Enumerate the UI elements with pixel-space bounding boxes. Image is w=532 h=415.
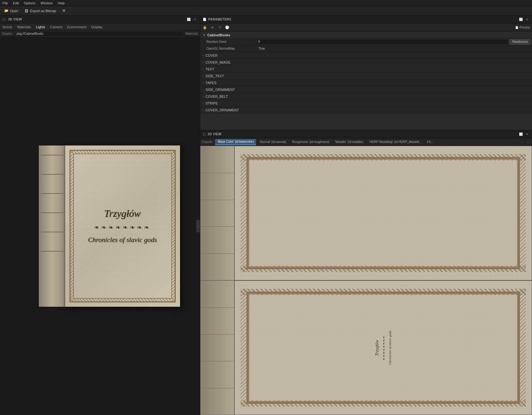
opengl-label: OpenGL NormalMap xyxy=(200,47,256,50)
viewport-3d: Trzygłów ❧❧❧❧❧❧❧❧ Chronicles of slavic g… xyxy=(0,37,200,415)
book-subtitle: Chronicles of slavic gods xyxy=(88,235,157,244)
spine-h-line-3 xyxy=(201,226,234,227)
menu-help[interactable]: Help xyxy=(58,1,65,5)
cover-ornament-row[interactable]: › COVER_ORNAMENT xyxy=(200,107,532,114)
params-toolbar: 🔒 👁 ↺ 🕐 📋 Presets xyxy=(200,24,532,32)
cover-image-row[interactable]: › COVER_IMAGE xyxy=(200,59,532,66)
panel-3d-maximize[interactable]: ⬜ xyxy=(186,17,191,22)
2d-nav-left[interactable]: ‹ xyxy=(519,139,525,145)
panel-2d-close[interactable]: ✕ xyxy=(525,132,530,137)
panel-right: 📄 PARAMETERS ⬜ ✕ 🔒 👁 ↺ 🕐 xyxy=(200,16,532,415)
toolbar: 📂 Open 🖼 Export as Bitmap ⚙ xyxy=(0,6,532,16)
menu-window[interactable]: Window xyxy=(41,1,53,5)
tex-bottom-half: Trzygłów ❧❧❧❧❧❧❧❧ Chronicles of slavic g… xyxy=(234,280,532,415)
params-close[interactable]: ✕ xyxy=(525,17,530,22)
book-cover: Trzygłów ❧❧❧❧❧❧❧❧ Chronicles of slavic g… xyxy=(65,145,180,307)
clock-btn[interactable]: 🕐 xyxy=(224,25,230,30)
lock-btn[interactable]: 🔒 xyxy=(202,25,208,30)
menu-bar: File Edit Options Window Help xyxy=(0,0,532,6)
settings-button[interactable]: ⚙ xyxy=(61,8,67,13)
params-maximize[interactable]: ⬜ xyxy=(518,17,523,22)
tab-normal[interactable]: 'Normal' (id:normal) xyxy=(257,139,289,145)
eye-btn[interactable]: 👁 xyxy=(210,25,215,30)
panel-3d-icon: ⬡ xyxy=(2,17,6,22)
tab-base-color[interactable]: 'Base Color' (id:basecolor) xyxy=(215,139,256,145)
cover-diamond-top xyxy=(70,150,175,154)
cover-diamond-bottom xyxy=(70,299,175,302)
export-icon: 🖼 xyxy=(25,9,29,13)
refresh-btn[interactable]: ↺ xyxy=(217,25,223,30)
side-ornament-row[interactable]: › SIDE_ORNAMENT xyxy=(200,86,532,93)
cover-belt-row[interactable]: › COVER_BELT xyxy=(200,93,532,100)
side-text-chevron: › xyxy=(203,74,204,78)
texture-display: Trzygłów ❧❧❧❧❧❧❧❧ Chronicles of slavic g… xyxy=(200,146,532,415)
tab-fit[interactable]: Fit... xyxy=(425,139,435,145)
spine-line-2 xyxy=(41,174,63,175)
stripe-row[interactable]: › STRIPE xyxy=(200,100,532,107)
eye-icon: 👁 xyxy=(211,26,214,29)
randomize-button[interactable]: Randomize xyxy=(509,39,531,45)
nav-lights[interactable]: Lights xyxy=(36,25,45,29)
outputs-bar: Outputs: 'Base Color' (id:basecolor) 'No… xyxy=(200,138,532,146)
cover-image-chevron: › xyxy=(203,61,204,64)
tapes-chevron: › xyxy=(203,81,204,84)
random-seed-input[interactable] xyxy=(257,39,509,45)
presets-button[interactable]: 📋 Presets xyxy=(515,26,530,29)
tex-book-subtitle: Chronicles of slavic gods xyxy=(388,330,392,365)
tex-spine-strip xyxy=(200,146,234,415)
menu-file[interactable]: File xyxy=(2,1,8,5)
presets-doc-icon: 📋 xyxy=(515,26,519,29)
panel-2d-header: ⬡ 2D VIEW ⬜ ✕ xyxy=(200,130,532,138)
cabinet-books-section[interactable]: ▼ CabinetBooks xyxy=(200,32,532,38)
side-ornament-label: SIDE_ORNAMENT xyxy=(205,88,235,91)
stripe-label: STRIPE xyxy=(205,101,218,105)
tex-spine-bottom xyxy=(200,280,234,415)
nav-camera[interactable]: Camera xyxy=(50,25,62,29)
spine-h-line-2 xyxy=(201,200,234,200)
panel-2d-maximize[interactable]: ⬜ xyxy=(518,132,523,137)
menu-options[interactable]: Options xyxy=(24,1,36,5)
text-label: TEXT xyxy=(205,67,214,71)
nav-materials[interactable]: Materials xyxy=(17,25,31,29)
spine-line-5 xyxy=(41,232,63,232)
side-text-row[interactable]: › SIDE_TEXT xyxy=(200,73,532,79)
tab-metallic[interactable]: 'Metallic' (id:metallic) xyxy=(332,139,366,145)
open-button[interactable]: 📂 Open xyxy=(2,8,20,14)
nav-scene[interactable]: Scene xyxy=(2,25,12,29)
diamond-border-left-top xyxy=(241,154,247,272)
tex-text-rotated: Trzygłów ❧❧❧❧❧❧❧❧ Chronicles of slavic g… xyxy=(235,281,532,415)
menu-edit[interactable]: Edit xyxy=(13,1,19,5)
panel-3d-header: ⬡ 3D VIEW ⬜ ✕ xyxy=(0,16,200,24)
panel-3d-controls: ⬜ ✕ xyxy=(186,17,197,22)
nav-display[interactable]: Display xyxy=(91,25,102,29)
2d-nav-right[interactable]: › xyxy=(525,139,531,145)
outputs-label: Outputs: xyxy=(201,140,213,144)
cover-image-label: COVER_IMAGE xyxy=(205,60,231,64)
refresh-icon: ↺ xyxy=(219,25,221,29)
graphs-input[interactable] xyxy=(15,31,184,37)
spine-h2-line-3 xyxy=(201,361,234,361)
main-layout: ⬡ 3D VIEW ⬜ ✕ Scene Materials Lights Cam… xyxy=(0,16,532,415)
nav-environment[interactable]: Environment xyxy=(67,25,86,29)
tapes-row[interactable]: › TAPES xyxy=(200,79,532,86)
collapse-handle[interactable]: ‹ xyxy=(196,220,200,232)
spine-h-line-1 xyxy=(201,173,234,173)
panel-3d-close[interactable]: ✕ xyxy=(192,17,197,22)
section-chevron-icon: ▼ xyxy=(203,33,205,37)
tab-roughness[interactable]: 'Roughness' (id:roughness) xyxy=(289,139,332,145)
view-nav: Scene Materials Lights Camera Environmen… xyxy=(0,24,200,30)
tex-book-ornament: ❧❧❧❧❧❧❧❧ xyxy=(382,335,385,360)
folder-icon: 📂 xyxy=(4,9,9,13)
spine-h2-line-2 xyxy=(201,334,234,335)
graphs-bar: Graphs : Materials xyxy=(0,30,200,37)
spine-line-4 xyxy=(41,212,63,213)
random-seed-value-area: Randomize xyxy=(256,39,532,45)
text-row[interactable]: › TEXT xyxy=(200,66,532,73)
side-ornament-chevron: › xyxy=(203,88,204,91)
cover-row[interactable]: › COVER xyxy=(200,52,532,59)
spine-line-6 xyxy=(41,251,63,252)
export-bitmap-button[interactable]: 🖼 Export as Bitmap xyxy=(23,8,58,14)
spine-lines xyxy=(39,145,65,307)
tab-hdrp[interactable]: 'HDRP MaskMap' (id:HDRP_MaskM... xyxy=(367,139,424,145)
panel-3d-title: 3D VIEW xyxy=(8,18,22,21)
